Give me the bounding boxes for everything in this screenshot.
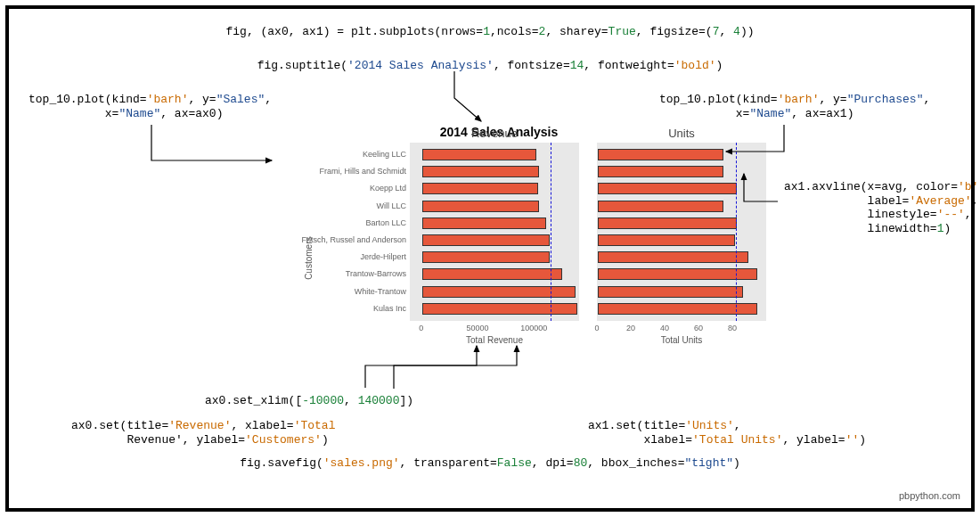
ytick-label: Jerde-Hilpert (360, 251, 406, 263)
bar (598, 268, 757, 280)
chart-figure: 2014 Sales Analysis Customers Revenue Ke… (276, 125, 722, 357)
source-label: pbpython.com (899, 490, 960, 501)
xtick-label: 60 (694, 324, 703, 332)
xtick-label: 40 (660, 324, 669, 332)
ytick-label: Keeling LLC (363, 149, 406, 160)
code-suptitle: fig.suptitle('2014 Sales Analysis', font… (9, 59, 971, 73)
code-xlim: ax0.set_xlim([-10000, 140000]) (205, 394, 413, 408)
ytick-label: White-Trantow (355, 286, 406, 298)
subplot-title: Revenue (410, 127, 579, 140)
code-plot-right: top_10.plot(kind='barh', y="Purchases", … (659, 93, 930, 120)
avg-line (736, 143, 737, 321)
ytick-label: Trantow-Barrows (346, 268, 406, 280)
bar (598, 217, 737, 229)
bar (598, 183, 737, 194)
subplot-xlabel: Total Units (597, 335, 766, 345)
bar (598, 286, 743, 298)
bar (422, 234, 550, 246)
bar (598, 201, 723, 212)
xtick-label: 0 (594, 324, 599, 332)
subplot-units: Units Total Units 020406080 (597, 143, 766, 321)
bar (422, 201, 540, 212)
bar (422, 286, 576, 298)
bar (598, 234, 735, 246)
code-plot-left: top_10.plot(kind='barh', y="Sales", x="N… (29, 93, 272, 120)
ytick-label: Koepp Ltd (370, 183, 406, 194)
code-setright: ax1.set(title='Units', xlabel='Total Uni… (588, 419, 866, 447)
xtick-label: 0 (419, 324, 423, 332)
code-setleft: ax0.set(title='Revenue', xlabel='Total R… (71, 419, 335, 447)
bar (422, 251, 550, 263)
bar (598, 251, 748, 263)
xtick-label: 100000 (520, 324, 547, 332)
bar (422, 268, 562, 280)
xtick-label: 20 (626, 324, 635, 332)
ytick-label: Barton LLC (365, 217, 406, 229)
ytick-label: Kulas Inc (373, 303, 406, 315)
bar (422, 166, 540, 177)
code-axvline: ax1.axvline(x=avg, color='b', label='Ave… (784, 180, 980, 235)
bar (422, 149, 536, 160)
xtick-label: 80 (728, 324, 737, 332)
xtick-label: 50000 (466, 324, 488, 332)
bar (422, 303, 578, 315)
code-savefig: fig.savefig('sales.png', transparent=Fal… (9, 456, 971, 471)
bar (422, 183, 538, 194)
bar (598, 166, 723, 177)
code-subplots: fig, (ax0, ax1) = plt.subplots(nrows=1,n… (9, 25, 971, 39)
subplot-title: Units (597, 127, 766, 140)
bar (598, 149, 723, 160)
subplot-xlabel: Total Revenue (410, 335, 579, 345)
bar (598, 303, 757, 315)
subplot-revenue: Revenue Keeling LLCFrami, Hills and Schm… (410, 143, 579, 321)
ytick-label: Fritsch, Russel and Anderson (301, 234, 406, 246)
avg-line (551, 143, 551, 321)
ytick-label: Will LLC (376, 201, 406, 212)
bar (422, 217, 546, 229)
ytick-label: Frami, Hills and Schmidt (319, 166, 406, 177)
